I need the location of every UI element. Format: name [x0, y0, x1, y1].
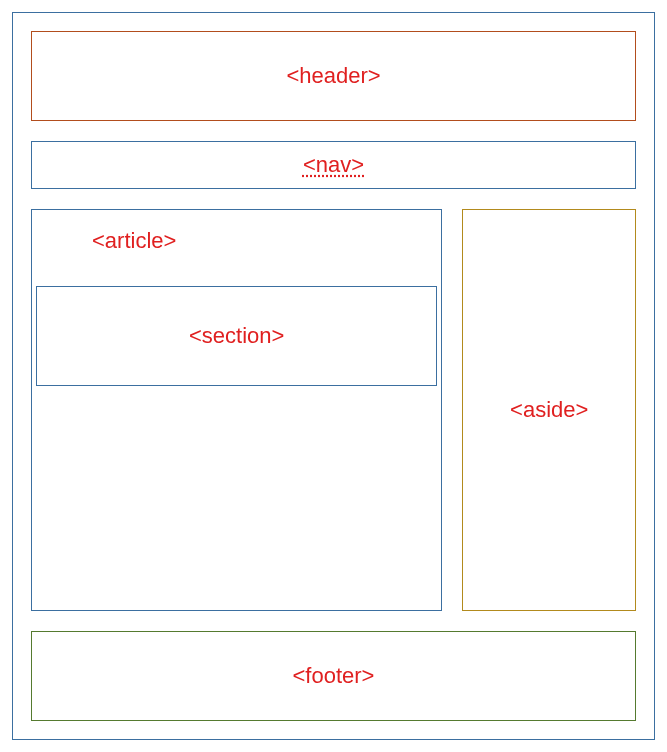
aside-label: <aside>	[510, 397, 588, 423]
header-box: <header>	[31, 31, 636, 121]
section-label: <section>	[189, 323, 284, 349]
article-label: <article>	[92, 228, 176, 254]
footer-label: <footer>	[293, 663, 375, 689]
body-container: <header> <nav> <article> <section> <asid…	[12, 12, 655, 740]
middle-row: <article> <section> <aside>	[31, 209, 636, 611]
article-box: <article> <section>	[31, 209, 442, 611]
header-label: <header>	[286, 63, 380, 89]
section-box: <section>	[36, 286, 437, 386]
nav-label: <nav>	[303, 152, 364, 178]
footer-box: <footer>	[31, 631, 636, 721]
aside-box: <aside>	[462, 209, 636, 611]
nav-box: <nav>	[31, 141, 636, 189]
